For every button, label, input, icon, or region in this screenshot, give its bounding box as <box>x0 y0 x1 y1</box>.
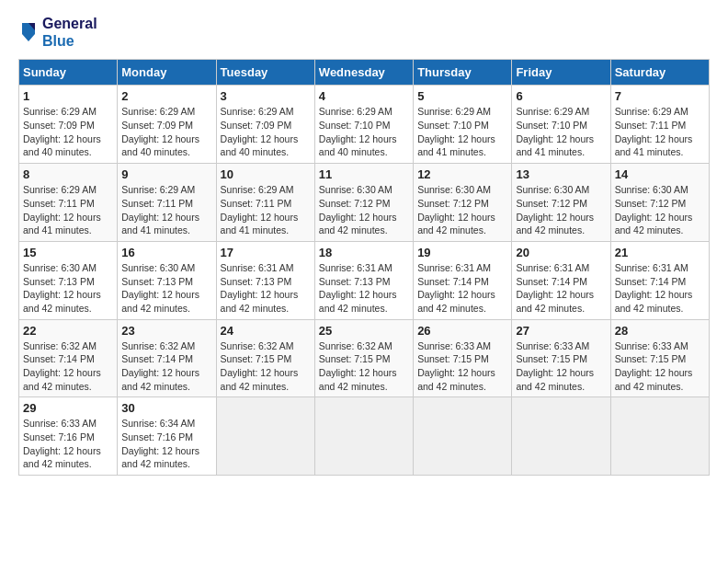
calendar-cell: 22Sunrise: 6:32 AM Sunset: 7:14 PM Dayli… <box>19 319 118 397</box>
day-number: 27 <box>516 324 606 338</box>
calendar-cell <box>610 397 709 476</box>
day-info: Sunrise: 6:30 AM Sunset: 7:13 PM Dayligh… <box>121 261 211 316</box>
day-number: 29 <box>23 401 113 415</box>
calendar-cell: 27Sunrise: 6:33 AM Sunset: 7:15 PM Dayli… <box>512 319 610 397</box>
day-number: 10 <box>221 167 311 181</box>
header: General Blue <box>18 15 710 50</box>
day-info: Sunrise: 6:29 AM Sunset: 7:11 PM Dayligh… <box>23 183 113 237</box>
logo-icon <box>18 19 39 45</box>
day-info: Sunrise: 6:29 AM Sunset: 7:09 PM Dayligh… <box>221 105 311 159</box>
calendar-cell: 8Sunrise: 6:29 AM Sunset: 7:11 PM Daylig… <box>19 164 118 242</box>
col-header-monday: Monday <box>118 60 216 86</box>
calendar-cell: 14Sunrise: 6:30 AM Sunset: 7:12 PM Dayli… <box>610 164 709 242</box>
day-number: 22 <box>23 324 113 338</box>
day-number: 2 <box>121 89 211 103</box>
calendar-cell: 19Sunrise: 6:31 AM Sunset: 7:14 PM Dayli… <box>414 241 512 319</box>
day-number: 3 <box>221 89 311 103</box>
day-number: 23 <box>121 324 211 338</box>
calendar-cell: 21Sunrise: 6:31 AM Sunset: 7:14 PM Dayli… <box>610 241 709 319</box>
day-info: Sunrise: 6:32 AM Sunset: 7:14 PM Dayligh… <box>121 339 211 394</box>
calendar-cell: 11Sunrise: 6:30 AM Sunset: 7:12 PM Dayli… <box>314 164 413 242</box>
calendar-cell: 18Sunrise: 6:31 AM Sunset: 7:13 PM Dayli… <box>314 241 413 319</box>
col-header-friday: Friday <box>512 60 610 86</box>
day-number: 14 <box>615 167 705 181</box>
day-number: 5 <box>417 89 507 103</box>
day-info: Sunrise: 6:32 AM Sunset: 7:15 PM Dayligh… <box>221 339 311 394</box>
day-number: 24 <box>221 324 311 338</box>
day-info: Sunrise: 6:29 AM Sunset: 7:09 PM Dayligh… <box>23 105 113 159</box>
calendar-cell: 6Sunrise: 6:29 AM Sunset: 7:10 PM Daylig… <box>512 86 610 164</box>
col-header-sunday: Sunday <box>19 60 118 86</box>
calendar-cell: 9Sunrise: 6:29 AM Sunset: 7:11 PM Daylig… <box>118 164 216 242</box>
day-info: Sunrise: 6:33 AM Sunset: 7:15 PM Dayligh… <box>615 339 705 394</box>
calendar-cell: 25Sunrise: 6:32 AM Sunset: 7:15 PM Dayli… <box>314 319 413 397</box>
day-info: Sunrise: 6:32 AM Sunset: 7:15 PM Dayligh… <box>319 339 409 394</box>
col-header-wednesday: Wednesday <box>314 60 413 86</box>
calendar-cell: 12Sunrise: 6:30 AM Sunset: 7:12 PM Dayli… <box>414 164 512 242</box>
col-header-tuesday: Tuesday <box>216 60 314 86</box>
day-info: Sunrise: 6:30 AM Sunset: 7:12 PM Dayligh… <box>516 183 606 237</box>
day-info: Sunrise: 6:29 AM Sunset: 7:10 PM Dayligh… <box>417 105 507 159</box>
calendar-cell <box>512 397 610 476</box>
calendar-cell: 3Sunrise: 6:29 AM Sunset: 7:09 PM Daylig… <box>216 86 314 164</box>
day-number: 16 <box>121 246 211 259</box>
day-number: 20 <box>516 246 606 259</box>
calendar-cell: 29Sunrise: 6:33 AM Sunset: 7:16 PM Dayli… <box>19 397 118 476</box>
calendar-cell: 5Sunrise: 6:29 AM Sunset: 7:10 PM Daylig… <box>414 86 512 164</box>
calendar-table: SundayMondayTuesdayWednesdayThursdayFrid… <box>18 59 710 476</box>
calendar-cell <box>216 397 314 476</box>
day-number: 9 <box>121 167 211 181</box>
day-number: 8 <box>23 167 113 181</box>
day-info: Sunrise: 6:33 AM Sunset: 7:16 PM Dayligh… <box>23 417 113 471</box>
calendar-cell <box>314 397 413 476</box>
day-info: Sunrise: 6:29 AM Sunset: 7:11 PM Dayligh… <box>615 105 705 159</box>
day-info: Sunrise: 6:32 AM Sunset: 7:14 PM Dayligh… <box>23 339 113 394</box>
day-number: 15 <box>23 246 113 259</box>
day-info: Sunrise: 6:31 AM Sunset: 7:13 PM Dayligh… <box>221 261 311 316</box>
calendar-cell: 17Sunrise: 6:31 AM Sunset: 7:13 PM Dayli… <box>216 241 314 319</box>
calendar-cell: 26Sunrise: 6:33 AM Sunset: 7:15 PM Dayli… <box>414 319 512 397</box>
day-number: 12 <box>417 167 507 181</box>
col-header-saturday: Saturday <box>610 60 709 86</box>
calendar-cell: 7Sunrise: 6:29 AM Sunset: 7:11 PM Daylig… <box>610 86 709 164</box>
page: General Blue SundayMondayTuesdayWednesda… <box>0 0 728 563</box>
day-info: Sunrise: 6:31 AM Sunset: 7:14 PM Dayligh… <box>417 261 507 316</box>
calendar-cell: 23Sunrise: 6:32 AM Sunset: 7:14 PM Dayli… <box>118 319 216 397</box>
day-info: Sunrise: 6:30 AM Sunset: 7:12 PM Dayligh… <box>319 183 409 237</box>
day-info: Sunrise: 6:30 AM Sunset: 7:12 PM Dayligh… <box>417 183 507 237</box>
day-info: Sunrise: 6:34 AM Sunset: 7:16 PM Dayligh… <box>121 417 211 471</box>
day-info: Sunrise: 6:30 AM Sunset: 7:13 PM Dayligh… <box>23 261 113 316</box>
logo-text: General Blue <box>42 15 97 50</box>
calendar-cell: 13Sunrise: 6:30 AM Sunset: 7:12 PM Dayli… <box>512 164 610 242</box>
calendar-cell: 15Sunrise: 6:30 AM Sunset: 7:13 PM Dayli… <box>19 241 118 319</box>
logo: General Blue <box>18 15 97 50</box>
calendar-cell: 1Sunrise: 6:29 AM Sunset: 7:09 PM Daylig… <box>19 86 118 164</box>
calendar-cell: 2Sunrise: 6:29 AM Sunset: 7:09 PM Daylig… <box>118 86 216 164</box>
day-number: 17 <box>221 246 311 259</box>
calendar-cell <box>414 397 512 476</box>
calendar-cell: 4Sunrise: 6:29 AM Sunset: 7:10 PM Daylig… <box>314 86 413 164</box>
col-header-thursday: Thursday <box>414 60 512 86</box>
day-info: Sunrise: 6:33 AM Sunset: 7:15 PM Dayligh… <box>417 339 507 394</box>
day-number: 21 <box>615 246 705 259</box>
calendar-cell: 28Sunrise: 6:33 AM Sunset: 7:15 PM Dayli… <box>610 319 709 397</box>
day-number: 11 <box>319 167 409 181</box>
calendar-cell: 10Sunrise: 6:29 AM Sunset: 7:11 PM Dayli… <box>216 164 314 242</box>
day-number: 30 <box>121 401 211 415</box>
day-info: Sunrise: 6:29 AM Sunset: 7:10 PM Dayligh… <box>319 105 409 159</box>
day-number: 13 <box>516 167 606 181</box>
calendar-cell: 30Sunrise: 6:34 AM Sunset: 7:16 PM Dayli… <box>118 397 216 476</box>
calendar-cell: 20Sunrise: 6:31 AM Sunset: 7:14 PM Dayli… <box>512 241 610 319</box>
day-number: 4 <box>319 89 409 103</box>
calendar-cell: 24Sunrise: 6:32 AM Sunset: 7:15 PM Dayli… <box>216 319 314 397</box>
calendar-cell: 16Sunrise: 6:30 AM Sunset: 7:13 PM Dayli… <box>118 241 216 319</box>
day-number: 26 <box>417 324 507 338</box>
day-number: 6 <box>516 89 606 103</box>
day-info: Sunrise: 6:30 AM Sunset: 7:12 PM Dayligh… <box>615 183 705 237</box>
day-info: Sunrise: 6:31 AM Sunset: 7:13 PM Dayligh… <box>319 261 409 316</box>
day-info: Sunrise: 6:31 AM Sunset: 7:14 PM Dayligh… <box>516 261 606 316</box>
day-info: Sunrise: 6:33 AM Sunset: 7:15 PM Dayligh… <box>516 339 606 394</box>
day-number: 18 <box>319 246 409 259</box>
day-info: Sunrise: 6:29 AM Sunset: 7:11 PM Dayligh… <box>121 183 211 237</box>
day-number: 7 <box>615 89 705 103</box>
